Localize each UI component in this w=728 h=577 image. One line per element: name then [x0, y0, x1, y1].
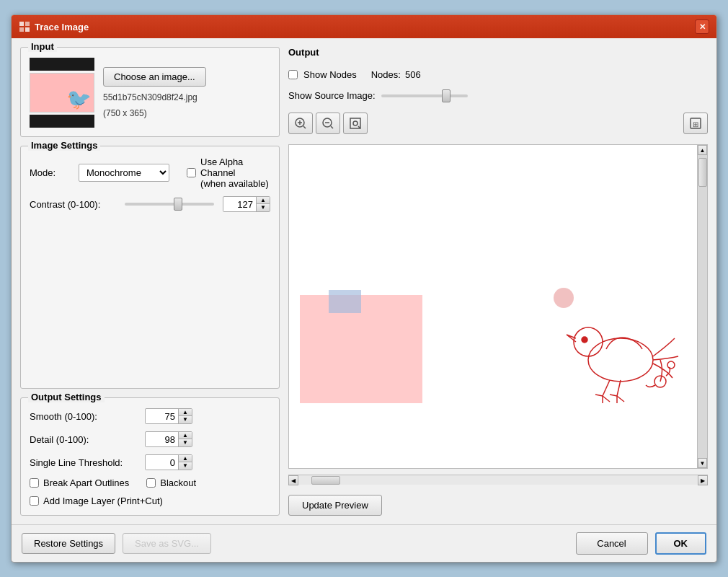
blue-rect: [329, 290, 361, 313]
mode-select[interactable]: Monochrome Color Grayscale: [79, 164, 169, 182]
alpha-channel-row: Use Alpha Channel (when available): [187, 157, 270, 189]
input-content: 🐦 Choose an image... 55d1b75cN309d8f24.j…: [30, 58, 270, 128]
preview-bottom-bar: [30, 115, 94, 128]
image-settings-section: Image Settings Mode: Monochrome Color Gr…: [20, 146, 280, 389]
title-bar: Trace Image ✕: [12, 15, 716, 38]
svg-line-25: [617, 380, 621, 396]
zoom-fit-button[interactable]: [343, 113, 368, 134]
scroll-right-btn[interactable]: ▶: [698, 475, 708, 485]
pink-rect: [300, 295, 422, 403]
mode-row: Mode: Monochrome Color Grayscale Use Alp…: [30, 157, 270, 189]
save-svg-button[interactable]: Save as SVG...: [123, 533, 211, 554]
svg-line-12: [331, 126, 333, 128]
zoom-in-button[interactable]: [288, 113, 313, 134]
single-line-label: Single Line Threshold:: [30, 457, 145, 468]
scroll-v-track[interactable]: [698, 155, 707, 458]
input-info: Choose an image... 55d1b75cN309d8f24.jpg…: [103, 67, 206, 118]
single-line-input[interactable]: [146, 456, 178, 470]
zoom-out-button[interactable]: [316, 113, 340, 134]
footer-left: Restore Settings Save as SVG...: [22, 533, 569, 554]
source-slider-track[interactable]: [381, 94, 468, 97]
contrast-label: Contrast (0-100):: [30, 199, 116, 210]
dialog-body: Input 🐦 Choos: [12, 38, 716, 524]
add-image-checkbox[interactable]: [30, 496, 39, 506]
restore-settings-button[interactable]: Restore Settings: [22, 533, 115, 554]
ok-button[interactable]: OK: [655, 532, 707, 555]
contrast-slider-thumb[interactable]: [174, 198, 182, 211]
show-source-label: Show Source Image:: [288, 90, 376, 101]
break-apart-label: Break Apart Outlines: [43, 477, 129, 488]
smooth-label: Smooth (0-100):: [30, 411, 145, 422]
break-apart-item: Break Apart Outlines: [30, 477, 129, 488]
smooth-up[interactable]: ▲: [179, 409, 192, 416]
input-label: Input: [28, 41, 57, 52]
svg-rect-2: [19, 27, 24, 32]
preview-area: ▲ ▼: [288, 144, 708, 469]
blackout-item: Blackout: [146, 477, 196, 488]
show-nodes-checkbox[interactable]: [288, 70, 298, 79]
single-line-up[interactable]: ▲: [179, 455, 192, 462]
source-slider-thumb[interactable]: [442, 89, 450, 102]
single-line-arrows: ▲ ▼: [178, 455, 192, 470]
detail-row: Detail (0-100): ▲ ▼: [30, 431, 270, 447]
svg-rect-1: [25, 22, 30, 26]
detail-input[interactable]: [146, 433, 178, 446]
footer-right: Cancel OK: [576, 532, 707, 555]
smooth-row: Smooth (0-100): ▲ ▼: [30, 408, 270, 424]
add-image-label: Add Image Layer (Print+Cut): [43, 495, 163, 506]
alpha-channel-label: Use Alpha Channel (when available): [200, 157, 270, 189]
contrast-input[interactable]: [223, 198, 256, 211]
scroll-left-btn[interactable]: ◀: [288, 475, 298, 485]
vertical-scrollbar[interactable]: ▲ ▼: [697, 145, 707, 468]
trace-image-dialog: Trace Image ✕ Input 🐦: [11, 14, 717, 563]
svg-line-28: [617, 396, 624, 402]
show-nodes-label: Show Nodes: [303, 69, 357, 80]
scroll-h-thumb[interactable]: [311, 476, 340, 485]
checkboxes-row: Break Apart Outlines Blackout: [30, 477, 270, 488]
dialog-footer: Restore Settings Save as SVG... Cancel O…: [12, 524, 716, 562]
contrast-up[interactable]: ▲: [257, 197, 270, 204]
smooth-down[interactable]: ▼: [179, 416, 192, 423]
single-line-down[interactable]: ▼: [179, 462, 192, 470]
left-panel: Input 🐦 Choos: [20, 47, 280, 516]
contrast-row: Contrast (0-100): ▲ ▼: [30, 196, 270, 212]
show-source-row: Show Source Image:: [288, 90, 708, 101]
detail-spinbox[interactable]: ▲ ▼: [145, 431, 192, 447]
horizontal-scrollbar[interactable]: ◀ ▶: [288, 475, 708, 485]
smooth-spinbox[interactable]: ▲ ▼: [145, 408, 192, 424]
detail-up[interactable]: ▲: [179, 432, 192, 439]
contrast-spinbox[interactable]: ▲ ▼: [223, 196, 270, 212]
choose-image-button[interactable]: Choose an image...: [103, 67, 206, 87]
cancel-button[interactable]: Cancel: [576, 532, 648, 555]
nodes-label: Nodes:: [371, 69, 401, 80]
scroll-up-btn[interactable]: ▲: [698, 145, 707, 155]
single-line-spinbox[interactable]: ▲ ▼: [145, 454, 192, 470]
svg-text:🐦: 🐦: [66, 87, 92, 111]
svg-point-30: [667, 361, 675, 369]
title-bar-left: Trace Image: [19, 21, 89, 32]
dimensions-text: (750 x 365): [103, 108, 206, 118]
smooth-input[interactable]: [146, 410, 178, 423]
svg-line-24: [603, 396, 610, 402]
update-preview-button[interactable]: Update Preview: [288, 495, 382, 516]
scroll-down-btn[interactable]: ▼: [698, 458, 707, 468]
alpha-channel-checkbox[interactable]: [187, 168, 196, 177]
close-button[interactable]: ✕: [695, 19, 709, 34]
image-preview-box: 🐦: [30, 58, 94, 128]
scroll-v-thumb[interactable]: [698, 158, 707, 187]
nodes-value: 506: [405, 69, 421, 80]
break-apart-checkbox[interactable]: [30, 478, 39, 488]
blackout-label: Blackout: [160, 477, 196, 488]
output-label: Output: [288, 47, 708, 58]
preview-canvas: [289, 145, 707, 468]
contrast-down[interactable]: ▼: [257, 204, 270, 211]
svg-point-14: [353, 121, 358, 125]
blackout-checkbox[interactable]: [146, 478, 156, 488]
contrast-slider-track[interactable]: [125, 203, 214, 206]
right-panel: Output Show Nodes Nodes: 506 Show Source…: [288, 47, 708, 516]
output-header: Show Nodes Nodes: 506: [288, 69, 708, 80]
show-nodes-row: Show Nodes: [288, 69, 357, 80]
detail-down[interactable]: ▼: [179, 439, 192, 446]
crop-button[interactable]: ⊞: [683, 113, 708, 134]
svg-line-26: [610, 395, 617, 396]
